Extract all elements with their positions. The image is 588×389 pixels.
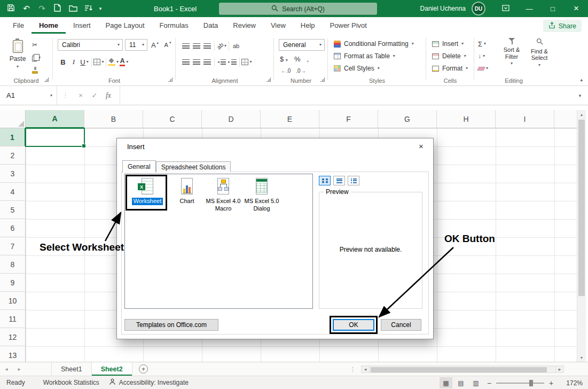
- sheet-tab-sheet1[interactable]: Sheet1: [51, 362, 92, 376]
- row-header-7[interactable]: 7: [0, 237, 26, 255]
- close-button[interactable]: ×: [565, 0, 588, 17]
- row-header-3[interactable]: 3: [0, 165, 26, 183]
- decrease-decimal-button[interactable]: .0→: [296, 68, 305, 74]
- scroll-up-arrow[interactable]: ▴: [577, 110, 586, 119]
- row-header-4[interactable]: 4: [0, 183, 26, 201]
- undo-button[interactable]: ↶: [19, 1, 34, 16]
- row-header-11[interactable]: 11: [0, 310, 26, 328]
- scroll-down-arrow[interactable]: ▾: [577, 353, 586, 362]
- row-header-1[interactable]: 1: [0, 128, 26, 146]
- underline-button[interactable]: U▾: [79, 56, 90, 68]
- next-sheet-arrow[interactable]: ▸: [13, 362, 26, 376]
- orientation-button[interactable]: ab▾: [216, 40, 227, 52]
- template-ms-excel-4-macro[interactable]: MS Excel 4.0 Macro: [205, 178, 241, 213]
- page-break-view-button[interactable]: ▥: [469, 377, 482, 388]
- find-select-button[interactable]: Find & Select ▾: [527, 38, 552, 67]
- tab-data[interactable]: Data: [196, 17, 225, 34]
- dialog-tab-spreadsheet-solutions[interactable]: Spreadsheet Solutions: [156, 161, 231, 172]
- vertical-scroll-thumb[interactable]: [578, 120, 585, 296]
- percent-button[interactable]: %: [294, 55, 301, 63]
- format-cells-button[interactable]: Format▾: [432, 63, 468, 74]
- customize-toolbar-chevron[interactable]: ▾: [96, 1, 105, 16]
- row-header-10[interactable]: 10: [0, 292, 26, 310]
- number-format-select[interactable]: General▾: [279, 39, 325, 51]
- avatar[interactable]: DU: [472, 2, 485, 15]
- tab-help[interactable]: Help: [293, 17, 323, 34]
- insert-cells-button[interactable]: Insert▾: [432, 38, 464, 49]
- column-header-c[interactable]: C: [143, 110, 202, 128]
- save-button[interactable]: [3, 1, 19, 16]
- maximize-button[interactable]: □: [541, 0, 565, 17]
- number-dialog-launcher[interactable]: [320, 77, 325, 82]
- row-header-13[interactable]: 13: [0, 346, 26, 362]
- column-header-b[interactable]: B: [84, 110, 143, 128]
- align-top-button[interactable]: [181, 40, 191, 52]
- autosum-button[interactable]: Σ▾: [478, 38, 486, 49]
- increase-font-size-button[interactable]: A▴: [150, 39, 160, 51]
- ribbon-display-options-button[interactable]: [494, 0, 518, 17]
- large-icons-view-button[interactable]: [319, 176, 331, 185]
- wrap-text-button[interactable]: ab: [231, 40, 241, 52]
- comma-button[interactable]: ,: [307, 55, 309, 63]
- cell-styles-button[interactable]: Cell Styles▾: [334, 63, 380, 74]
- scroll-left-arrow[interactable]: ◂: [361, 365, 370, 373]
- tab-formulas[interactable]: Formulas: [152, 17, 196, 34]
- bold-button[interactable]: B: [58, 56, 68, 68]
- select-all-corner[interactable]: [0, 110, 26, 128]
- name-box-dropdown[interactable]: ▾: [50, 94, 52, 98]
- font-size-select[interactable]: 11▾: [125, 39, 147, 51]
- column-header-a[interactable]: A: [26, 110, 84, 128]
- open-folder-button[interactable]: [65, 1, 81, 16]
- zoom-slider-thumb[interactable]: [529, 380, 533, 386]
- search-box[interactable]: Search (Alt+Q): [219, 3, 377, 15]
- cut-button[interactable]: ✂: [32, 40, 48, 49]
- column-header-e[interactable]: E: [261, 110, 319, 128]
- font-color-button[interactable]: A▾: [119, 56, 129, 68]
- row-header-6[interactable]: 6: [0, 219, 26, 237]
- paste-button[interactable]: Paste ▾: [5, 38, 30, 76]
- cancel-entry-button[interactable]: ×: [74, 91, 88, 99]
- delete-cells-button[interactable]: Delete▾: [432, 51, 466, 61]
- merge-center-button[interactable]: ▾: [241, 56, 252, 68]
- alignment-dialog-launcher[interactable]: [266, 77, 271, 82]
- tab-file[interactable]: File: [5, 17, 32, 34]
- column-header-i[interactable]: I: [496, 110, 554, 128]
- zoom-out-button[interactable]: −: [484, 379, 494, 387]
- cancel-button[interactable]: Cancel: [381, 319, 421, 331]
- dialog-tab-general[interactable]: General: [122, 160, 156, 173]
- enter-entry-button[interactable]: ✓: [88, 91, 101, 99]
- font-name-select[interactable]: Calibri▾: [58, 39, 123, 51]
- minimize-button[interactable]: —: [518, 0, 541, 17]
- insert-function-button[interactable]: fx: [101, 91, 115, 100]
- zoom-level[interactable]: 172%: [559, 379, 583, 387]
- font-dialog-launcher[interactable]: [168, 77, 173, 82]
- decrease-font-size-button[interactable]: A▾: [162, 39, 173, 51]
- fill-button[interactable]: ↓▾: [478, 51, 485, 61]
- tab-review[interactable]: Review: [225, 17, 263, 34]
- borders-button[interactable]: ▾: [93, 56, 104, 68]
- normal-view-button[interactable]: ▦: [440, 377, 452, 388]
- clear-button[interactable]: ▾: [478, 63, 488, 74]
- horizontal-scroll-thumb[interactable]: [371, 367, 547, 372]
- vertical-scrollbar[interactable]: ▴ ▾: [577, 110, 586, 362]
- page-layout-view-button[interactable]: ▤: [454, 377, 467, 388]
- new-file-button[interactable]: [50, 1, 65, 16]
- horizontal-scrollbar[interactable]: ◂ ▸: [361, 365, 564, 373]
- template-ms-excel-5-dialog[interactable]: MS Excel 5.0 Dialog: [244, 178, 280, 213]
- row-header-5[interactable]: 5: [0, 201, 26, 219]
- horizontal-scroll-track[interactable]: [370, 365, 555, 373]
- list-view-button[interactable]: [348, 176, 359, 185]
- fill-color-button[interactable]: ▾: [108, 56, 119, 68]
- align-left-button[interactable]: [181, 56, 191, 68]
- tab-home[interactable]: Home: [32, 17, 66, 34]
- scroll-right-arrow[interactable]: ▸: [555, 365, 564, 373]
- row-header-12[interactable]: 12: [0, 328, 26, 346]
- tab-power-pivot[interactable]: Power Pivot: [323, 17, 374, 34]
- accessibility-status[interactable]: Accessibility: Investigate: [109, 378, 189, 387]
- new-sheet-button[interactable]: +: [139, 364, 148, 374]
- share-button[interactable]: Share: [543, 20, 582, 32]
- templates-office-button[interactable]: Templates on Office.com: [124, 319, 218, 331]
- format-painter-button[interactable]: [32, 66, 48, 75]
- italic-button[interactable]: I: [68, 56, 79, 68]
- dialog-title[interactable]: Insert: [127, 143, 145, 151]
